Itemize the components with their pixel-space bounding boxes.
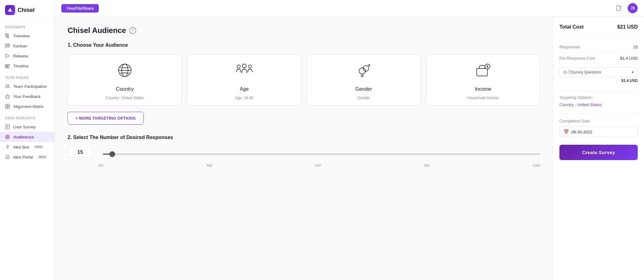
- svg-marker-0: [8, 8, 12, 12]
- responses-value: 15: [633, 45, 638, 49]
- sidebar-item-idea-portal[interactable]: Idea Portal NEW: [0, 152, 55, 162]
- sidebar-label-idea-portal: Idea Portal: [13, 155, 33, 159]
- sidebar-label-idea-box: Idea Box: [13, 145, 29, 149]
- team-participation-icon: [5, 84, 10, 89]
- responses-slider[interactable]: [103, 153, 540, 155]
- logo-area: Chisel: [0, 0, 55, 20]
- sidebar-label-alignment-matrix: Alignment Matrix: [13, 104, 44, 109]
- project-tab[interactable]: YourFileShare: [61, 4, 99, 13]
- sidebar-item-alignment-matrix[interactable]: Alignment Matrix: [0, 101, 55, 111]
- page-title-text: Chisel Audience: [68, 26, 126, 35]
- kanban-icon: [5, 43, 10, 48]
- svg-rect-9: [7, 44, 8, 46]
- sidebar-item-release[interactable]: Release: [0, 51, 55, 61]
- audience-card-country[interactable]: Country Country: United States: [68, 54, 182, 105]
- audience-cards-container: Country Country: United States: [68, 54, 540, 105]
- survey-questions-value: $1.4 USD: [559, 78, 638, 83]
- sidebar-item-treeview[interactable]: Treeview: [0, 31, 55, 41]
- topbar: YourFileShare JS: [55, 0, 644, 17]
- svg-point-28: [7, 145, 8, 147]
- svg-rect-13: [5, 66, 8, 67]
- user-avatar[interactable]: JS: [628, 3, 638, 13]
- card-label-country: Country: [116, 86, 134, 92]
- svg-rect-4: [7, 37, 8, 38]
- app-name: Chisel: [18, 7, 35, 13]
- targeting-section: Targeting Options : Country : United Sta…: [559, 91, 638, 107]
- sidebar-label-your-feedback: Your Feedback: [13, 94, 41, 99]
- svg-rect-1: [5, 34, 7, 35]
- card-label-gender: Gender: [355, 86, 372, 92]
- card-label-age: Age: [240, 86, 248, 92]
- help-icon[interactable]: ?: [129, 27, 136, 34]
- svg-point-16: [8, 85, 9, 86]
- audience-card-age[interactable]: Age Age: 18-99: [187, 54, 302, 105]
- per-response-label: Per Response Cost: [559, 56, 595, 61]
- card-sub-age: Age: 18-99: [235, 96, 253, 100]
- svg-point-37: [237, 65, 240, 68]
- targeting-options-value[interactable]: Country : United States: [559, 102, 638, 107]
- sidebar-item-team-participation[interactable]: Team Participation: [0, 81, 55, 91]
- sidebar-label-kanban: Kanban: [13, 44, 27, 48]
- svg-marker-17: [5, 94, 10, 99]
- slider-row: 15: [68, 147, 540, 162]
- svg-rect-10: [8, 44, 10, 47]
- sidebar-item-your-feedback[interactable]: Your Feedback: [0, 91, 55, 101]
- sidebar-label-treeview: Treeview: [13, 34, 30, 38]
- audience-card-gender[interactable]: Gender Gender: [307, 54, 421, 105]
- sidebar-item-user-survey[interactable]: User Survey: [0, 122, 55, 132]
- sidebar-item-kanban[interactable]: Kanban: [0, 41, 55, 51]
- slider-value-box: 15: [68, 147, 93, 158]
- section-label-user-research: USER RESEARCH: [0, 111, 55, 122]
- date-input[interactable]: 📅 08-30-2022: [559, 127, 638, 137]
- svg-marker-11: [6, 54, 9, 58]
- page-title-area: Chisel Audience ?: [68, 26, 540, 35]
- card-sub-country: Country: United States: [106, 96, 144, 100]
- svg-rect-8: [5, 44, 7, 48]
- svg-rect-47: [477, 68, 487, 76]
- section1-title: 1. Choose Your Audience: [68, 42, 540, 48]
- sidebar-item-timeline[interactable]: Timeline: [0, 61, 55, 71]
- timeline-icon: [5, 63, 10, 68]
- create-survey-button[interactable]: Create Survey: [559, 145, 638, 160]
- completion-date-value: 08-30-2022: [571, 130, 592, 134]
- survey-icon: [5, 124, 10, 129]
- per-response-row: Per Response Cost $1.4 USD: [559, 53, 638, 64]
- targeting-options-label: Targeting Options :: [559, 95, 638, 100]
- more-targeting-button[interactable]: + MORE TARGETING OPTIONS: [68, 112, 144, 125]
- svg-point-39: [248, 65, 252, 68]
- ideabox-icon: [5, 144, 10, 149]
- per-response-value: $1.4 USD: [620, 56, 638, 61]
- survey-questions-label: (1-7)Survey Questions: [564, 70, 601, 74]
- svg-rect-2: [7, 34, 8, 35]
- cost-header: Total Cost $21 USD: [559, 24, 638, 35]
- sidebar-item-audiences[interactable]: Audiences: [0, 132, 55, 142]
- main-area: YourFileShare JS Chisel Audience ?: [55, 0, 644, 280]
- section-label-roadmaps: ROADMAPS: [0, 20, 55, 31]
- slider-section: 15 200 400 600 800 1000: [68, 147, 540, 167]
- responses-row: Responses 15: [559, 41, 638, 53]
- svg-rect-20: [5, 107, 7, 109]
- ideaportal-icon: [5, 154, 10, 159]
- svg-rect-3: [7, 35, 8, 36]
- slider-labels: 200 400 600 800 1000: [68, 162, 540, 167]
- feedback-icon: [5, 94, 10, 99]
- content-area: Chisel Audience ? 1. Choose Your Audienc…: [55, 17, 644, 280]
- topbar-right: JS: [614, 3, 638, 13]
- survey-questions-row: (1-7)Survey Questions ▾ $1.4 USD: [559, 67, 638, 83]
- audience-card-income[interactable]: $ Income Household Income: [426, 54, 540, 105]
- svg-point-38: [242, 64, 246, 68]
- release-icon: [5, 53, 10, 58]
- center-panel: Chisel Audience ? 1. Choose Your Audienc…: [55, 17, 553, 280]
- gender-icon: [355, 62, 372, 81]
- idea-portal-badge: NEW: [37, 155, 47, 159]
- app-logo-icon: [5, 5, 15, 15]
- idea-box-badge: NEW: [34, 145, 43, 149]
- income-icon: $: [475, 62, 491, 81]
- completion-date-label: Completion Date: [559, 119, 638, 123]
- svg-rect-33: [621, 6, 622, 11]
- sidebar-label-user-survey: User Survey: [13, 125, 36, 129]
- file-icon[interactable]: [614, 3, 624, 13]
- sidebar: Chisel ROADMAPS Treeview Kanban Release: [0, 0, 55, 280]
- survey-questions-select[interactable]: (1-7)Survey Questions ▾: [559, 67, 638, 77]
- sidebar-item-idea-box[interactable]: Idea Box NEW: [0, 142, 55, 152]
